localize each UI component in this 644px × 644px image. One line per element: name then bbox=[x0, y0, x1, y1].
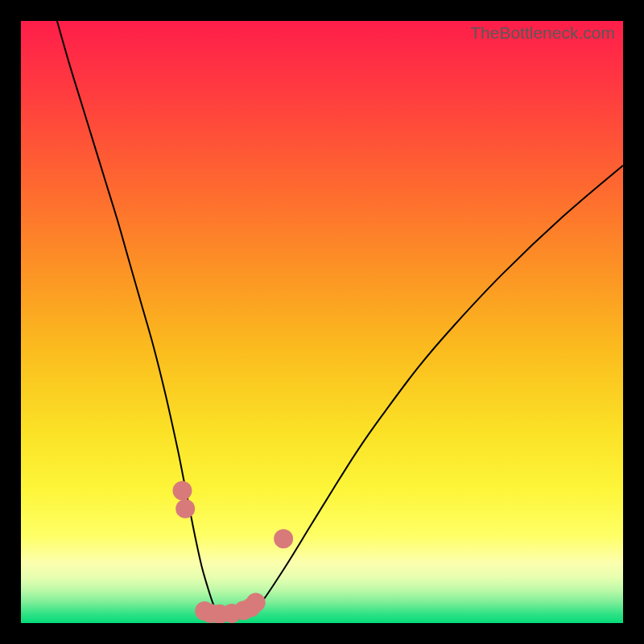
background-gradient bbox=[21, 21, 623, 623]
svg-rect-0 bbox=[21, 21, 623, 623]
plot-area: TheBottleneck.com bbox=[21, 21, 623, 623]
chart-frame: TheBottleneck.com bbox=[0, 0, 644, 644]
watermark-label: TheBottleneck.com bbox=[470, 23, 615, 43]
